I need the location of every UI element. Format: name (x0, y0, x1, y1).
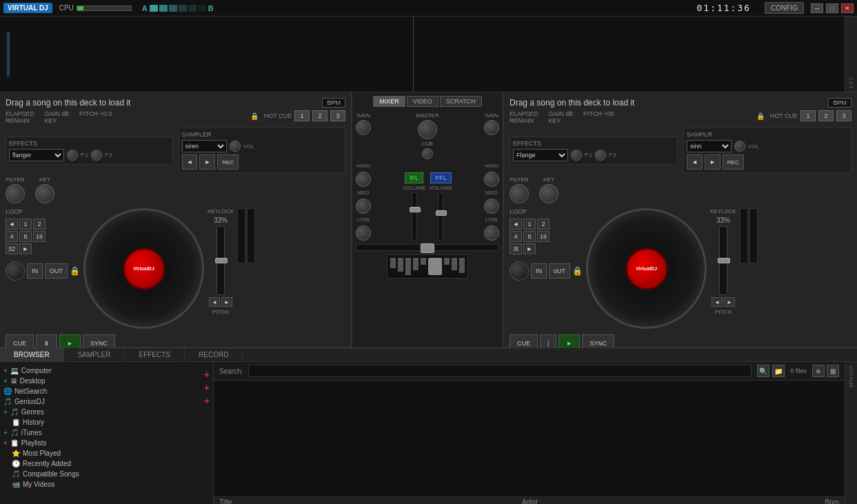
right-turntable[interactable]: VirtualDJ (586, 208, 707, 329)
right-effect-select[interactable]: Flange (513, 149, 568, 161)
add-item-btn-1[interactable]: + (204, 369, 210, 380)
right-vol-knob[interactable] (734, 141, 745, 152)
col-artist-header[interactable]: Artist (522, 498, 784, 504)
eq-med-right-knob[interactable] (484, 199, 499, 214)
add-item-btn-2[interactable]: + (204, 382, 210, 393)
right-filter-knob[interactable] (510, 184, 529, 203)
left-sampler-select[interactable]: siren (182, 140, 227, 152)
right-shift-knob[interactable] (510, 261, 529, 281)
left-vol-fader[interactable] (412, 192, 417, 241)
left-sampler-next[interactable]: ► (199, 154, 215, 170)
eq-low-right-knob[interactable] (484, 225, 499, 241)
browser-tab-browser[interactable]: BROWSER (0, 348, 64, 361)
left-loop-prev[interactable]: ◄ (6, 219, 18, 230)
browser-tab-effects[interactable]: EFFECTS (125, 348, 185, 361)
left-loop-8[interactable]: 8 (19, 231, 32, 242)
left-key-knob[interactable] (35, 184, 54, 203)
tree-item-recently-added[interactable]: 🕐 Recently Added (12, 458, 201, 469)
eq-med-left-knob[interactable] (356, 199, 371, 214)
waveform-scrollbar[interactable]: 1 2 3 (845, 17, 857, 92)
crossfader-thumb[interactable] (421, 243, 434, 253)
right-loop-prev[interactable]: ◄ (510, 219, 522, 230)
tree-item-compatible-songs[interactable]: 🎵 Compatible Songs (12, 469, 201, 479)
right-loop-2[interactable]: 2 (537, 219, 550, 230)
right-p1-knob[interactable] (571, 150, 582, 161)
left-rec-btn[interactable]: REC (217, 154, 239, 170)
right-pitch-down[interactable]: ◄ (712, 297, 723, 307)
left-hc-btn-3[interactable]: 3 (330, 110, 345, 121)
tree-item-desktop[interactable]: + 🖥 Desktop (3, 376, 201, 386)
tree-item-geniusdj[interactable]: 🎵 GeniusDJ (3, 396, 201, 407)
eq-low-left-knob[interactable] (356, 225, 371, 241)
right-sampler-next[interactable]: ► (705, 154, 720, 170)
right-sampler-select[interactable]: sinn (687, 140, 732, 152)
right-loop-16[interactable]: 16 (537, 231, 550, 242)
view-icon-1[interactable]: ≡ (812, 365, 825, 377)
left-fader-thumb[interactable] (410, 207, 421, 212)
left-pitch-up[interactable]: ► (221, 297, 232, 307)
right-hc-btn-2[interactable]: 2 (818, 110, 834, 121)
right-loop-3t[interactable]: 3t (510, 243, 522, 254)
col-bpm-header[interactable]: Bpm (784, 498, 839, 504)
left-in-btn[interactable]: IN (27, 263, 43, 279)
left-vol-knob[interactable] (230, 141, 241, 152)
mixer-tab-scratch[interactable]: SCRATCH (440, 96, 482, 107)
tree-item-history[interactable]: 📋 History (12, 417, 201, 427)
right-vol-fader[interactable] (438, 192, 443, 241)
tree-item-computer[interactable]: + 💻 Computer (3, 365, 201, 376)
right-hc-btn-3[interactable]: 3 (836, 110, 851, 121)
left-loop-2[interactable]: 2 (33, 219, 46, 230)
left-loop-4[interactable]: 4 (6, 231, 18, 242)
right-loop-next[interactable]: ► (523, 243, 536, 254)
right-hc-btn-1[interactable]: 1 (800, 110, 816, 121)
close-button[interactable]: ✕ (841, 3, 854, 13)
search-input[interactable] (248, 365, 752, 377)
left-p2-knob[interactable] (91, 150, 102, 161)
config-button[interactable]: CONFIG (765, 2, 804, 14)
left-loop-16[interactable]: 16 (33, 231, 46, 242)
cue-knob[interactable] (422, 148, 433, 159)
left-p1-knob[interactable] (67, 150, 78, 161)
crossfader-track[interactable] (356, 244, 499, 251)
right-fader-thumb[interactable] (436, 210, 447, 216)
left-pitch-thumb[interactable] (215, 258, 228, 263)
right-in-btn[interactable]: IN (531, 263, 547, 279)
add-item-btn-3[interactable]: + (204, 395, 210, 406)
right-p2-knob[interactable] (595, 150, 606, 161)
right-loop-1[interactable]: 1 (523, 219, 536, 230)
view-icon-2[interactable]: ⊞ (827, 365, 839, 377)
left-hc-btn-2[interactable]: 2 (312, 110, 327, 121)
browser-tab-record[interactable]: RECORD (185, 348, 243, 361)
search-folder-button[interactable]: 📁 (772, 365, 785, 377)
left-loop-1[interactable]: 1 (19, 219, 32, 230)
eq-high-left-knob[interactable] (356, 172, 371, 187)
eq-handle[interactable] (428, 258, 442, 275)
right-key-knob[interactable] (539, 184, 558, 203)
browser-tab-sampler[interactable]: SAMPLER (64, 348, 125, 361)
eq-high-right-knob[interactable] (484, 172, 499, 187)
gain-right-knob[interactable] (484, 120, 499, 135)
search-go-button[interactable]: 🔍 (757, 365, 769, 377)
left-sampler-prev[interactable]: ◄ (182, 154, 198, 170)
tree-item-itunes[interactable]: + 🎵 iTunes (3, 427, 201, 438)
left-filter-knob[interactable] (6, 184, 25, 203)
tree-item-most-played[interactable]: ⭐ Most Played (12, 448, 201, 458)
left-pitch-slider[interactable] (216, 226, 225, 295)
pfl-button[interactable]: PFL (430, 172, 452, 183)
left-effect-select[interactable]: flanger (9, 149, 64, 161)
left-hc-btn-1[interactable]: 1 (294, 110, 310, 121)
right-loop-8[interactable]: 8 (523, 231, 536, 242)
mixer-tab-mixer[interactable]: MIXER (373, 96, 405, 107)
right-loop-4[interactable]: 4 (510, 231, 522, 242)
right-pitch-slider[interactable] (719, 226, 727, 295)
tree-item-genres[interactable]: + 🎵 Genres (3, 407, 201, 417)
left-bpm-button[interactable]: BPM (322, 98, 345, 108)
left-out-btn[interactable]: OUT (45, 263, 68, 279)
right-sampler-prev[interactable]: ◄ (687, 154, 703, 170)
tree-item-playlists[interactable]: + 📋 Playlists (3, 438, 201, 448)
tree-item-netsearch[interactable]: 🌐 NetSearch (3, 386, 201, 396)
right-scrollbar[interactable]: BPM LIST (845, 362, 857, 504)
right-rec-btn[interactable]: REC (723, 154, 744, 170)
ifl-button[interactable]: IFL (405, 172, 423, 183)
right-out-btn[interactable]: oUT (549, 263, 570, 279)
